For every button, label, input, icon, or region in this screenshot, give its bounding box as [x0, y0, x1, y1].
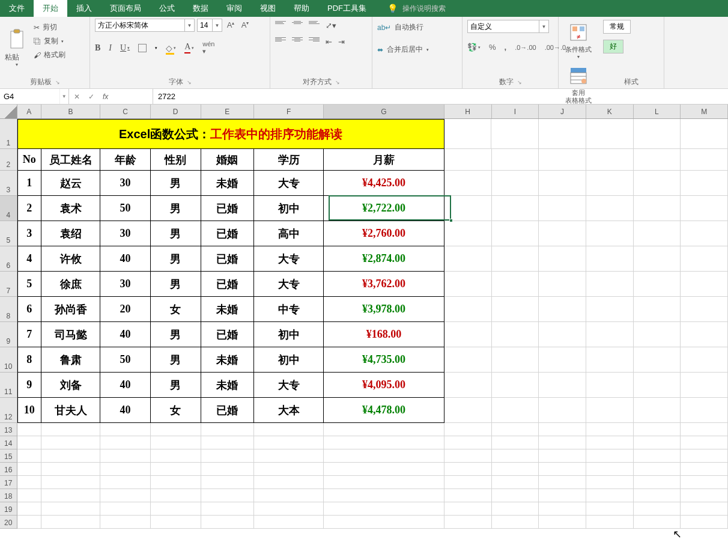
underline-button[interactable]: U▾ — [120, 43, 130, 53]
comma-button[interactable]: , — [505, 43, 507, 52]
menu-tab-1[interactable]: 开始 — [34, 0, 67, 17]
cancel-icon[interactable]: ✕ — [74, 93, 80, 101]
expand-icon[interactable]: ↘ — [187, 79, 192, 85]
data-cell[interactable]: 未婚 — [201, 171, 255, 196]
cell[interactable] — [586, 463, 634, 476]
row-header-20[interactable]: 20 — [0, 516, 17, 529]
row-header-18[interactable]: 18 — [0, 489, 17, 502]
cell[interactable] — [100, 449, 151, 463]
data-cell[interactable] — [586, 196, 634, 221]
data-cell[interactable] — [539, 322, 586, 347]
cell[interactable] — [586, 489, 634, 502]
data-cell[interactable] — [444, 221, 492, 246]
cell[interactable] — [539, 489, 586, 502]
data-cell[interactable]: 中专 — [254, 297, 324, 322]
cell[interactable] — [324, 436, 444, 449]
row-header-2[interactable]: 2 — [0, 149, 17, 171]
cell[interactable] — [254, 463, 324, 476]
data-cell[interactable]: 40 — [100, 398, 151, 423]
menu-tab-7[interactable]: 视图 — [251, 0, 285, 17]
data-cell[interactable]: ¥168.00 — [324, 322, 444, 347]
data-cell[interactable] — [681, 171, 728, 196]
data-cell[interactable]: 40 — [100, 246, 151, 272]
cell[interactable] — [41, 436, 100, 449]
cell[interactable] — [491, 119, 539, 149]
wrap-text-button[interactable]: ab↵自动换行 — [377, 22, 423, 32]
cell[interactable] — [100, 436, 151, 449]
data-cell[interactable]: 50 — [100, 347, 151, 373]
header-cell[interactable]: 员工姓名 — [41, 149, 100, 171]
row-header-7[interactable]: 7 — [0, 272, 17, 297]
data-cell[interactable]: ¥4,095.00 — [324, 373, 444, 398]
cell[interactable] — [681, 502, 728, 516]
cell[interactable] — [586, 423, 634, 436]
cell[interactable] — [492, 502, 539, 516]
cell[interactable] — [444, 436, 492, 449]
cell[interactable] — [492, 423, 539, 436]
cell[interactable] — [41, 516, 100, 529]
font-size-input[interactable] — [197, 19, 213, 32]
data-cell[interactable] — [634, 171, 681, 196]
data-cell[interactable] — [444, 347, 492, 373]
cell[interactable] — [586, 449, 634, 463]
cell[interactable] — [254, 516, 324, 529]
data-cell[interactable] — [681, 272, 728, 297]
data-cell[interactable] — [634, 373, 681, 398]
chevron-down-icon[interactable]: ▼ — [539, 20, 549, 33]
conditional-format-button[interactable]: ≠ 条件格式 ▼ — [563, 19, 593, 59]
data-cell[interactable] — [444, 196, 492, 221]
cell[interactable] — [681, 119, 728, 149]
data-cell[interactable]: 许攸 — [41, 246, 100, 272]
cell[interactable] — [254, 476, 324, 489]
cell[interactable] — [324, 489, 444, 502]
data-cell[interactable]: 1 — [17, 171, 41, 196]
data-cell[interactable]: 刘备 — [41, 373, 100, 398]
cell[interactable] — [201, 502, 255, 516]
select-all-corner[interactable] — [0, 105, 17, 118]
data-cell[interactable]: ¥4,425.00 — [324, 171, 444, 196]
data-cell[interactable]: ¥4,478.00 — [324, 398, 444, 423]
cell[interactable] — [681, 489, 728, 502]
cell[interactable] — [100, 489, 151, 502]
cell[interactable] — [539, 476, 586, 489]
data-cell[interactable] — [681, 398, 728, 423]
cell[interactable] — [254, 502, 324, 516]
data-cell[interactable]: 袁术 — [41, 196, 100, 221]
data-cell[interactable] — [539, 272, 586, 297]
data-cell[interactable]: 大专 — [254, 373, 324, 398]
data-cell[interactable] — [444, 373, 492, 398]
data-cell[interactable] — [539, 196, 586, 221]
menu-tab-2[interactable]: 插入 — [67, 0, 101, 17]
data-cell[interactable]: 初中 — [254, 347, 324, 373]
data-cell[interactable]: 已婚 — [201, 398, 255, 423]
data-cell[interactable]: ¥2,874.00 — [324, 246, 444, 272]
data-cell[interactable] — [586, 398, 634, 423]
header-cell[interactable] — [492, 149, 539, 171]
cell[interactable] — [324, 516, 444, 529]
cell[interactable] — [201, 516, 255, 529]
data-cell[interactable] — [586, 347, 634, 373]
row-header-13[interactable]: 13 — [0, 423, 17, 436]
cell[interactable] — [17, 489, 41, 502]
cell[interactable] — [492, 516, 539, 529]
cell[interactable] — [254, 423, 324, 436]
cell[interactable] — [151, 463, 201, 476]
accounting-format-button[interactable]: 💱▾ — [467, 43, 481, 52]
bold-button[interactable]: B — [95, 43, 100, 53]
cell[interactable] — [254, 449, 324, 463]
data-cell[interactable]: 8 — [17, 347, 41, 373]
cell[interactable] — [492, 463, 539, 476]
menu-tab-0[interactable]: 文件 — [0, 0, 34, 17]
data-cell[interactable]: ¥2,760.00 — [324, 221, 444, 246]
data-cell[interactable]: 初中 — [254, 196, 324, 221]
cell[interactable] — [634, 516, 681, 529]
cell[interactable] — [492, 476, 539, 489]
row-header-15[interactable]: 15 — [0, 449, 17, 463]
data-cell[interactable] — [681, 246, 728, 272]
data-cell[interactable]: 大本 — [254, 398, 324, 423]
cell[interactable] — [151, 449, 201, 463]
cell[interactable] — [201, 436, 255, 449]
header-cell[interactable]: 性别 — [151, 149, 201, 171]
cell[interactable] — [586, 119, 634, 149]
data-cell[interactable]: 7 — [17, 322, 41, 347]
